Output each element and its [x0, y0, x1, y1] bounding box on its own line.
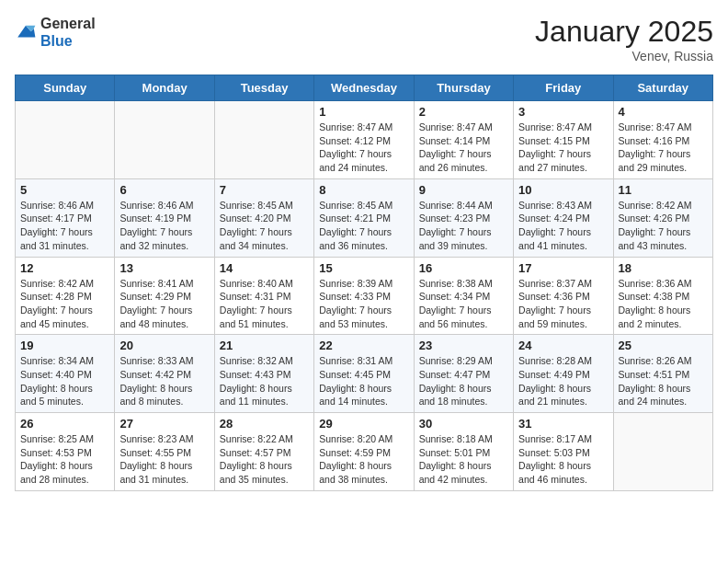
day-info: Sunrise: 8:25 AM Sunset: 4:53 PM Dayligh… — [20, 432, 109, 487]
calendar-cell: 30Sunrise: 8:18 AM Sunset: 5:01 PM Dayli… — [414, 413, 513, 491]
calendar-cell — [16, 101, 115, 179]
day-info: Sunrise: 8:44 AM Sunset: 4:23 PM Dayligh… — [419, 199, 508, 253]
calendar-cell: 27Sunrise: 8:23 AM Sunset: 4:55 PM Dayli… — [115, 413, 214, 491]
calendar-week-row: 12Sunrise: 8:42 AM Sunset: 4:28 PM Dayli… — [16, 257, 713, 335]
day-info: Sunrise: 8:31 AM Sunset: 4:45 PM Dayligh… — [319, 354, 408, 408]
logo-text: General Blue — [40, 15, 96, 50]
day-info: Sunrise: 8:46 AM Sunset: 4:17 PM Dayligh… — [20, 199, 109, 253]
calendar-cell: 11Sunrise: 8:42 AM Sunset: 4:26 PM Dayli… — [613, 178, 712, 257]
weekday-header-friday: Friday — [514, 75, 613, 101]
day-number: 23 — [419, 339, 508, 352]
calendar-cell: 29Sunrise: 8:20 AM Sunset: 4:59 PM Dayli… — [314, 413, 414, 491]
day-number: 21 — [220, 339, 309, 352]
calendar-cell: 16Sunrise: 8:38 AM Sunset: 4:34 PM Dayli… — [414, 257, 513, 335]
day-number: 15 — [319, 261, 408, 275]
calendar-cell: 26Sunrise: 8:25 AM Sunset: 4:53 PM Dayli… — [16, 413, 115, 491]
day-number: 8 — [319, 183, 408, 197]
logo: General Blue — [15, 15, 96, 50]
day-info: Sunrise: 8:42 AM Sunset: 4:28 PM Dayligh… — [20, 277, 109, 331]
day-info: Sunrise: 8:45 AM Sunset: 4:20 PM Dayligh… — [220, 199, 309, 253]
calendar-cell: 20Sunrise: 8:33 AM Sunset: 4:42 PM Dayli… — [115, 335, 214, 413]
calendar-week-row: 26Sunrise: 8:25 AM Sunset: 4:53 PM Dayli… — [16, 413, 713, 491]
day-number: 1 — [319, 105, 408, 119]
day-number: 26 — [20, 417, 109, 431]
day-number: 9 — [419, 183, 508, 197]
day-number: 3 — [518, 105, 608, 119]
day-info: Sunrise: 8:23 AM Sunset: 4:55 PM Dayligh… — [119, 432, 209, 487]
day-info: Sunrise: 8:33 AM Sunset: 4:42 PM Dayligh… — [119, 354, 209, 408]
day-number: 28 — [220, 417, 309, 431]
calendar-cell: 22Sunrise: 8:31 AM Sunset: 4:45 PM Dayli… — [314, 335, 414, 413]
day-info: Sunrise: 8:32 AM Sunset: 4:43 PM Dayligh… — [220, 354, 309, 408]
calendar-cell: 25Sunrise: 8:26 AM Sunset: 4:51 PM Dayli… — [613, 335, 712, 413]
calendar-cell — [613, 413, 712, 491]
day-info: Sunrise: 8:42 AM Sunset: 4:26 PM Dayligh… — [619, 199, 708, 253]
day-info: Sunrise: 8:47 AM Sunset: 4:16 PM Dayligh… — [619, 121, 708, 175]
calendar-cell: 7Sunrise: 8:45 AM Sunset: 4:20 PM Daylig… — [214, 178, 313, 257]
calendar-cell: 3Sunrise: 8:47 AM Sunset: 4:15 PM Daylig… — [514, 101, 613, 179]
calendar-cell: 1Sunrise: 8:47 AM Sunset: 4:12 PM Daylig… — [314, 101, 414, 179]
day-number: 4 — [619, 105, 708, 119]
weekday-header-tuesday: Tuesday — [214, 75, 313, 101]
day-number: 5 — [20, 183, 109, 197]
day-info: Sunrise: 8:39 AM Sunset: 4:33 PM Dayligh… — [319, 277, 408, 331]
day-info: Sunrise: 8:36 AM Sunset: 4:38 PM Dayligh… — [619, 277, 708, 331]
day-number: 14 — [220, 261, 309, 275]
month-title: January 2025 — [535, 15, 713, 49]
logo-icon — [15, 21, 37, 43]
location: Venev, Russia — [535, 49, 713, 63]
weekday-header-row: SundayMondayTuesdayWednesdayThursdayFrid… — [16, 75, 713, 101]
day-number: 20 — [119, 339, 209, 352]
calendar-cell: 13Sunrise: 8:41 AM Sunset: 4:29 PM Dayli… — [115, 257, 214, 335]
day-info: Sunrise: 8:46 AM Sunset: 4:19 PM Dayligh… — [119, 199, 209, 253]
calendar-table: SundayMondayTuesdayWednesdayThursdayFrid… — [15, 75, 713, 491]
day-number: 2 — [419, 105, 508, 119]
calendar-cell: 15Sunrise: 8:39 AM Sunset: 4:33 PM Dayli… — [314, 257, 414, 335]
day-number: 6 — [119, 183, 209, 197]
calendar-cell — [115, 101, 214, 179]
day-number: 12 — [20, 261, 109, 275]
calendar-cell: 31Sunrise: 8:17 AM Sunset: 5:03 PM Dayli… — [514, 413, 613, 491]
weekday-header-saturday: Saturday — [613, 75, 712, 101]
day-number: 11 — [619, 183, 708, 197]
day-info: Sunrise: 8:47 AM Sunset: 4:12 PM Dayligh… — [319, 121, 408, 175]
day-info: Sunrise: 8:22 AM Sunset: 4:57 PM Dayligh… — [220, 432, 309, 487]
day-info: Sunrise: 8:17 AM Sunset: 5:03 PM Dayligh… — [518, 432, 608, 487]
day-number: 19 — [20, 339, 109, 352]
day-info: Sunrise: 8:26 AM Sunset: 4:51 PM Dayligh… — [619, 354, 708, 408]
calendar-cell: 19Sunrise: 8:34 AM Sunset: 4:40 PM Dayli… — [16, 335, 115, 413]
day-info: Sunrise: 8:29 AM Sunset: 4:47 PM Dayligh… — [419, 354, 508, 408]
weekday-header-sunday: Sunday — [16, 75, 115, 101]
calendar-cell: 5Sunrise: 8:46 AM Sunset: 4:17 PM Daylig… — [16, 178, 115, 257]
calendar-cell: 17Sunrise: 8:37 AM Sunset: 4:36 PM Dayli… — [514, 257, 613, 335]
day-info: Sunrise: 8:41 AM Sunset: 4:29 PM Dayligh… — [119, 277, 209, 331]
day-number: 25 — [619, 339, 708, 352]
day-info: Sunrise: 8:37 AM Sunset: 4:36 PM Dayligh… — [518, 277, 608, 331]
day-number: 24 — [518, 339, 608, 352]
calendar-cell: 18Sunrise: 8:36 AM Sunset: 4:38 PM Dayli… — [613, 257, 712, 335]
calendar-cell — [214, 101, 313, 179]
day-info: Sunrise: 8:18 AM Sunset: 5:01 PM Dayligh… — [419, 432, 508, 487]
calendar-week-row: 1Sunrise: 8:47 AM Sunset: 4:12 PM Daylig… — [16, 101, 713, 179]
day-info: Sunrise: 8:45 AM Sunset: 4:21 PM Dayligh… — [319, 199, 408, 253]
day-number: 16 — [419, 261, 508, 275]
calendar-cell: 23Sunrise: 8:29 AM Sunset: 4:47 PM Dayli… — [414, 335, 513, 413]
calendar-cell: 28Sunrise: 8:22 AM Sunset: 4:57 PM Dayli… — [214, 413, 313, 491]
calendar-week-row: 5Sunrise: 8:46 AM Sunset: 4:17 PM Daylig… — [16, 178, 713, 257]
logo-blue: Blue — [40, 33, 73, 49]
day-info: Sunrise: 8:28 AM Sunset: 4:49 PM Dayligh… — [518, 354, 608, 408]
day-number: 31 — [518, 417, 608, 431]
calendar-cell: 24Sunrise: 8:28 AM Sunset: 4:49 PM Dayli… — [514, 335, 613, 413]
day-number: 18 — [619, 261, 708, 275]
day-info: Sunrise: 8:20 AM Sunset: 4:59 PM Dayligh… — [319, 432, 408, 487]
calendar-cell: 8Sunrise: 8:45 AM Sunset: 4:21 PM Daylig… — [314, 178, 414, 257]
calendar-cell: 21Sunrise: 8:32 AM Sunset: 4:43 PM Dayli… — [214, 335, 313, 413]
logo-general: General — [40, 16, 96, 31]
day-number: 29 — [319, 417, 408, 431]
day-number: 17 — [518, 261, 608, 275]
day-info: Sunrise: 8:47 AM Sunset: 4:15 PM Dayligh… — [518, 121, 608, 175]
day-info: Sunrise: 8:43 AM Sunset: 4:24 PM Dayligh… — [518, 199, 608, 253]
calendar-cell: 12Sunrise: 8:42 AM Sunset: 4:28 PM Dayli… — [16, 257, 115, 335]
title-block: January 2025 Venev, Russia — [535, 15, 713, 63]
weekday-header-thursday: Thursday — [414, 75, 513, 101]
